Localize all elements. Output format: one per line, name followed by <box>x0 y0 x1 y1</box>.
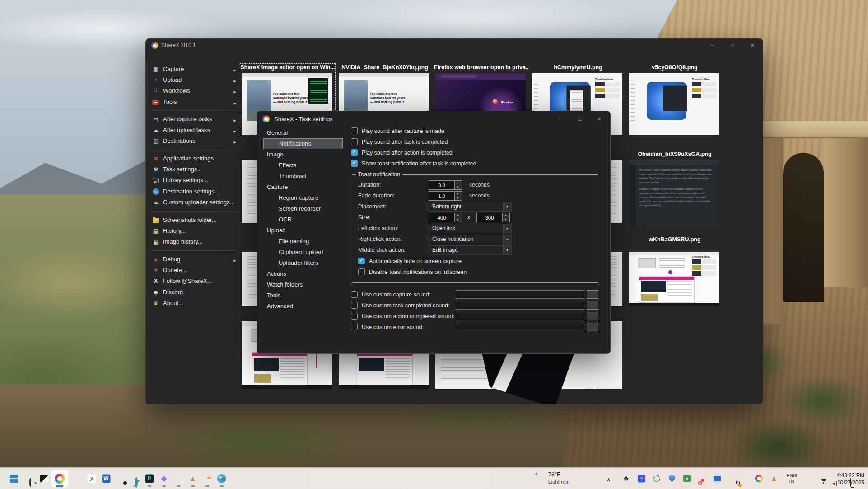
sidebar-item-follow-sharex[interactable]: Follow @ShareX... <box>151 276 241 287</box>
taskbar-search[interactable] <box>22 470 37 487</box>
sidebar-item-destinations[interactable]: Destinations <box>151 136 241 146</box>
taskbar-youtube-music[interactable] <box>171 470 186 487</box>
checkbox-play-sound-task[interactable] <box>351 138 358 145</box>
checkbox-play-sound-action[interactable] <box>351 149 358 156</box>
checkbox-custom-task-sound[interactable] <box>351 302 358 309</box>
taskbar-dark-folder-app[interactable] <box>69 470 84 487</box>
taskbar-word[interactable]: W <box>98 470 114 487</box>
taskbar-p-app[interactable]: P <box>142 470 157 487</box>
checkbox-disable-toast-fullscreen[interactable] <box>358 268 365 275</box>
size-width-input[interactable] <box>429 213 455 222</box>
settings-nav-clipboard-upload[interactable]: Clipboard upload <box>263 247 343 258</box>
sidebar-item-about[interactable]: About... <box>151 298 241 309</box>
settings-nav-advanced[interactable]: Advanced <box>263 301 343 312</box>
sidebar-item-after-capture-tasks[interactable]: After capture tasks <box>151 114 241 125</box>
language-indicator[interactable]: ENG IN <box>784 473 799 484</box>
dropdown-arrow-icon[interactable] <box>503 235 511 244</box>
defender-shield-tray-icon[interactable] <box>669 475 675 482</box>
settings-nav-thumbnail[interactable]: Thumbnail <box>263 171 343 182</box>
sidebar-item-donate[interactable]: Donate... <box>151 265 241 276</box>
settings-nav-uploader-filters[interactable]: Uploader filters <box>263 258 343 268</box>
dropdown-arrow-icon[interactable] <box>503 202 511 211</box>
right-click-action-dropdown[interactable]: Close notification <box>429 235 512 244</box>
settings-nav-file-naming[interactable]: File naming <box>263 236 343 247</box>
settings-nav-general[interactable]: General <box>263 127 343 138</box>
sidebar-item-discord[interactable]: Discord... <box>151 287 241 298</box>
sidebar-item-workflows[interactable]: Workflows <box>151 85 241 96</box>
close-button[interactable] <box>589 111 609 127</box>
spinner-buttons[interactable] <box>455 191 462 201</box>
taskbar-earth-app[interactable] <box>214 470 229 487</box>
sync-tray-icon[interactable] <box>735 480 740 486</box>
settings-nav-screen-recorder[interactable]: Screen recorder <box>263 203 343 214</box>
flower-app-tray-icon[interactable] <box>698 480 703 486</box>
custom-capture-sound-input[interactable] <box>456 290 584 299</box>
sidebar-item-hotkey-settings[interactable]: Hotkey settings... <box>151 175 241 186</box>
sidebar-item-screenshots-folder[interactable]: Screenshots folder... <box>151 215 241 226</box>
checkbox-show-toast[interactable] <box>351 160 358 167</box>
browse-button[interactable] <box>587 290 598 299</box>
placement-dropdown[interactable]: Bottom right <box>429 202 512 212</box>
custom-task-sound-input[interactable] <box>456 301 584 310</box>
close-button[interactable] <box>742 39 763 52</box>
sidebar-item-history[interactable]: History... <box>151 226 241 236</box>
dropdown-arrow-icon[interactable] <box>503 224 511 233</box>
sidebar-item-debug[interactable]: Debug <box>151 254 241 265</box>
sidebar-item-upload[interactable]: Upload <box>151 75 241 85</box>
dropdown-arrow-icon[interactable] <box>503 246 511 254</box>
taskbar-spiral-app[interactable] <box>127 470 143 487</box>
taskbar-sharex[interactable] <box>51 470 68 487</box>
taskbar-contrast-app[interactable] <box>37 470 52 487</box>
minimize-button[interactable] <box>550 111 569 127</box>
sidebar-item-image-history[interactable]: Image history... <box>151 236 241 247</box>
maximize-button[interactable] <box>722 39 742 52</box>
ring-app-tray-icon[interactable] <box>653 475 660 482</box>
a-app-tray-icon[interactable]: a <box>683 475 691 482</box>
custom-error-sound-input[interactable] <box>456 323 584 331</box>
settings-nav-effects[interactable]: Effects <box>263 160 343 171</box>
browse-button[interactable] <box>587 312 598 320</box>
sharex-tray-icon[interactable] <box>755 475 763 482</box>
middle-click-action-dropdown[interactable]: Edit image <box>429 245 512 255</box>
settings-nav-ocr[interactable]: OCR <box>263 214 343 225</box>
checkbox-custom-capture-sound[interactable] <box>351 291 358 298</box>
weather-widget[interactable]: 78°F Light rain <box>531 470 590 488</box>
spinner-buttons[interactable] <box>455 180 462 190</box>
settings-nav-capture[interactable]: Capture <box>263 182 343 193</box>
sidebar-item-task-settings[interactable]: Task settings... <box>151 164 241 175</box>
taskbar-x-app[interactable]: X <box>84 470 99 487</box>
sidebar-item-tools[interactable]: Tools <box>151 97 241 108</box>
taskbar-clock[interactable]: 4:43:22 PM 10/27/2025 <box>827 472 864 486</box>
sidebar-item-after-upload-tasks[interactable]: After upload tasks <box>151 125 241 136</box>
custom-action-sound-input[interactable] <box>456 312 584 320</box>
sidebar-item-application-settings[interactable]: Application settings... <box>151 153 241 164</box>
spinner-buttons[interactable] <box>455 213 462 222</box>
checkbox-custom-error-sound[interactable] <box>351 324 358 330</box>
settings-nav-notifications[interactable]: Notifications <box>263 138 343 149</box>
settings-nav-region-capture[interactable]: Region capture <box>263 193 343 203</box>
browse-button[interactable] <box>587 323 598 331</box>
settings-nav-watch-folders[interactable]: Watch folders <box>263 279 343 290</box>
sidebar-item-custom-uploader-settings[interactable]: Custom uploader settings... <box>151 197 241 208</box>
hidden-icons-chevron[interactable] <box>607 475 610 483</box>
left-click-action-dropdown[interactable]: Open link <box>429 224 512 233</box>
dropbox-tray-icon[interactable] <box>623 475 629 483</box>
maximize-button[interactable] <box>569 111 589 127</box>
duration-input[interactable] <box>429 180 455 190</box>
settings-nav-tools[interactable]: Tools <box>263 290 343 301</box>
checkbox-auto-hide-on-capture[interactable] <box>358 258 365 264</box>
fade-duration-input[interactable] <box>429 191 455 201</box>
start-button[interactable] <box>6 470 22 487</box>
monitor-app-tray-icon[interactable] <box>714 476 721 481</box>
minimize-button[interactable] <box>702 39 722 52</box>
sidebar-item-destination-settings[interactable]: Destination settings... <box>151 186 241 197</box>
settings-nav-actions[interactable]: Actions <box>263 268 343 279</box>
taskbar-file-explorer[interactable] <box>200 470 215 487</box>
settings-nav-upload[interactable]: Upload <box>263 225 343 236</box>
spinner-buttons[interactable] <box>503 213 510 222</box>
taskbar-edge[interactable] <box>113 470 128 487</box>
sidebar-item-capture[interactable]: Capture <box>151 64 241 75</box>
taskbar-vlc[interactable]: ▲ <box>185 470 201 487</box>
browse-button[interactable] <box>587 301 598 310</box>
vlc-tray-icon[interactable]: ▲ <box>770 475 778 483</box>
